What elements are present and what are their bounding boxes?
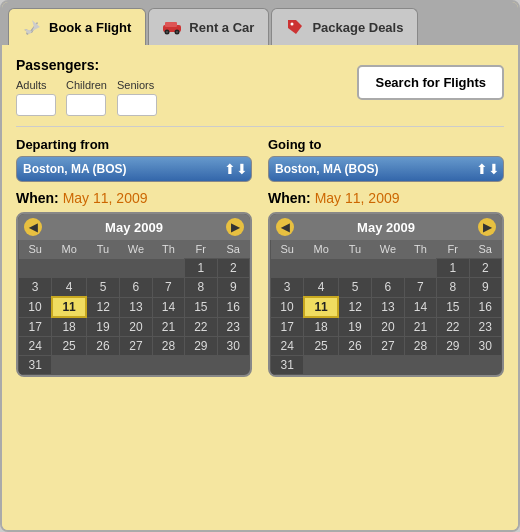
list-item[interactable]: 20 <box>372 317 404 337</box>
list-item[interactable]: 14 <box>152 297 184 317</box>
list-item[interactable]: 14 <box>404 297 436 317</box>
list-item[interactable]: 2 <box>469 259 501 278</box>
list-item[interactable]: 9 <box>469 278 501 298</box>
list-item <box>152 356 184 375</box>
list-item[interactable]: 8 <box>437 278 469 298</box>
return-when-text: When: <box>268 190 311 206</box>
list-item[interactable]: 10 <box>271 297 304 317</box>
departing-select[interactable]: Boston, MA (BOS) New York, NY (JFK) Los … <box>16 156 252 182</box>
table-row: 3456789 <box>271 278 502 298</box>
list-item[interactable]: 11 <box>304 297 338 317</box>
list-item[interactable]: 12 <box>86 297 119 317</box>
going-select[interactable]: Boston, MA (BOS) New York, NY (JFK) Los … <box>268 156 504 182</box>
list-item[interactable]: 1 <box>185 259 217 278</box>
list-item[interactable]: 30 <box>469 337 501 356</box>
list-item <box>304 259 338 278</box>
tab-rent-car-label: Rent a Car <box>189 20 254 35</box>
list-item[interactable]: 7 <box>152 278 184 298</box>
list-item[interactable]: 13 <box>120 297 152 317</box>
table-row: 17181920212223 <box>271 317 502 337</box>
list-item[interactable]: 16 <box>469 297 501 317</box>
list-item[interactable]: 6 <box>372 278 404 298</box>
list-item <box>404 259 436 278</box>
list-item[interactable]: 5 <box>86 278 119 298</box>
search-flights-button[interactable]: Search for Flights <box>357 65 504 100</box>
children-input[interactable] <box>66 94 106 116</box>
list-item[interactable]: 8 <box>185 278 217 298</box>
list-item[interactable]: 22 <box>437 317 469 337</box>
list-item[interactable]: 10 <box>19 297 52 317</box>
list-item[interactable]: 26 <box>86 337 119 356</box>
list-item[interactable]: 24 <box>271 337 304 356</box>
list-item[interactable]: 3 <box>271 278 304 298</box>
list-item[interactable]: 18 <box>52 317 86 337</box>
return-when-date: May 11, 2009 <box>315 190 400 206</box>
list-item[interactable]: 1 <box>437 259 469 278</box>
tab-bar: Book a Flight Rent a Car <box>2 2 518 45</box>
list-item[interactable]: 29 <box>185 337 217 356</box>
list-item[interactable]: 23 <box>469 317 501 337</box>
list-item[interactable]: 25 <box>304 337 338 356</box>
list-item[interactable]: 31 <box>271 356 304 375</box>
adults-group: Adults <box>16 79 56 116</box>
app-container: Book a Flight Rent a Car <box>0 0 520 532</box>
list-item[interactable]: 4 <box>304 278 338 298</box>
list-item[interactable]: 9 <box>217 278 249 298</box>
seniors-input[interactable] <box>117 94 157 116</box>
list-item[interactable]: 20 <box>120 317 152 337</box>
list-item[interactable]: 27 <box>120 337 152 356</box>
list-item[interactable]: 21 <box>152 317 184 337</box>
list-item[interactable]: 26 <box>338 337 371 356</box>
list-item[interactable]: 30 <box>217 337 249 356</box>
tab-rent-car[interactable]: Rent a Car <box>148 8 269 45</box>
list-item[interactable]: 17 <box>19 317 52 337</box>
tab-package-deals[interactable]: Package Deals <box>271 8 418 45</box>
adults-input[interactable] <box>16 94 56 116</box>
list-item <box>19 259 52 278</box>
list-item[interactable]: 23 <box>217 317 249 337</box>
list-item[interactable]: 7 <box>404 278 436 298</box>
list-item[interactable]: 24 <box>19 337 52 356</box>
list-item[interactable]: 16 <box>217 297 249 317</box>
list-item <box>185 356 217 375</box>
tab-book-flight[interactable]: Book a Flight <box>8 8 146 45</box>
list-item[interactable]: 28 <box>152 337 184 356</box>
list-item[interactable]: 22 <box>185 317 217 337</box>
list-item[interactable]: 19 <box>86 317 119 337</box>
list-item[interactable]: 29 <box>437 337 469 356</box>
list-item[interactable]: 17 <box>271 317 304 337</box>
list-item <box>372 259 404 278</box>
list-item[interactable]: 3 <box>19 278 52 298</box>
adults-label: Adults <box>16 79 47 91</box>
list-item[interactable]: 18 <box>304 317 338 337</box>
return-cal-prev[interactable]: ◀ <box>276 218 294 236</box>
depart-cal-next[interactable]: ▶ <box>226 218 244 236</box>
list-item[interactable]: 28 <box>404 337 436 356</box>
list-item[interactable]: 19 <box>338 317 371 337</box>
depart-cal-header-row: Su Mo Tu We Th Fr Sa <box>19 240 250 259</box>
depart-cal-prev[interactable]: ◀ <box>24 218 42 236</box>
table-row: 17181920212223 <box>19 317 250 337</box>
depart-when-date: May 11, 2009 <box>63 190 148 206</box>
list-item[interactable]: 12 <box>338 297 371 317</box>
list-item[interactable]: 6 <box>120 278 152 298</box>
list-item[interactable]: 13 <box>372 297 404 317</box>
departing-group: Departing from Boston, MA (BOS) New York… <box>16 137 252 182</box>
list-item[interactable]: 15 <box>437 297 469 317</box>
return-cal-next[interactable]: ▶ <box>478 218 496 236</box>
table-row: 31 <box>19 356 250 375</box>
return-cal-grid: Su Mo Tu We Th Fr Sa 1234567891011121314… <box>270 240 502 375</box>
list-item[interactable]: 27 <box>372 337 404 356</box>
return-day-header-we: We <box>372 240 404 259</box>
list-item[interactable]: 5 <box>338 278 371 298</box>
list-item <box>52 356 86 375</box>
list-item[interactable]: 2 <box>217 259 249 278</box>
list-item[interactable]: 31 <box>19 356 52 375</box>
list-item[interactable]: 4 <box>52 278 86 298</box>
list-item[interactable]: 21 <box>404 317 436 337</box>
tag-icon <box>284 16 306 38</box>
list-item[interactable]: 15 <box>185 297 217 317</box>
return-day-header-fr: Fr <box>437 240 469 259</box>
list-item[interactable]: 25 <box>52 337 86 356</box>
list-item[interactable]: 11 <box>52 297 86 317</box>
